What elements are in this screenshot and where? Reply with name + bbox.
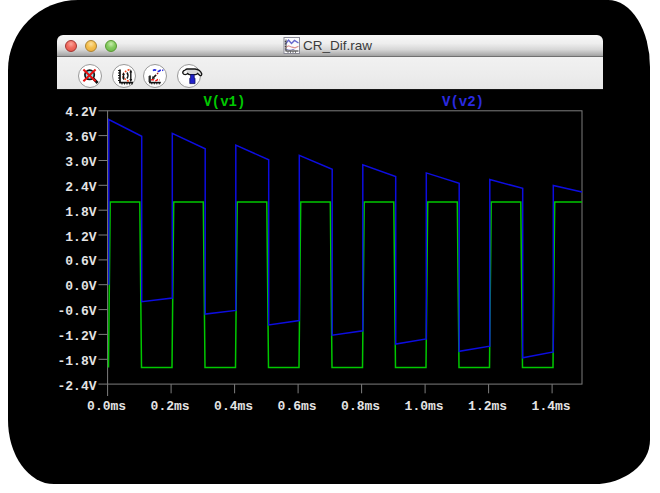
svg-text:-0.6V: -0.6V <box>57 304 96 319</box>
svg-text:3.0V: 3.0V <box>65 155 96 170</box>
svg-text:0.0V: 0.0V <box>65 279 96 294</box>
svg-text:0.2ms: 0.2ms <box>151 399 190 414</box>
svg-text:0.0ms: 0.0ms <box>87 399 126 414</box>
svg-text:1.2ms: 1.2ms <box>468 399 507 414</box>
svg-text:1.2V: 1.2V <box>65 230 96 245</box>
svg-text:-2.4V: -2.4V <box>57 379 96 394</box>
svg-text:1.8V: 1.8V <box>65 205 96 220</box>
svg-text:0.6V: 0.6V <box>65 254 96 269</box>
svg-text:V(v1): V(v1) <box>203 94 245 110</box>
svg-text:1.0ms: 1.0ms <box>405 399 444 414</box>
svg-text:4.2V: 4.2V <box>65 105 96 120</box>
svg-text:0.8ms: 0.8ms <box>341 399 380 414</box>
svg-text:-1.8V: -1.8V <box>57 354 96 369</box>
svg-text:-1.2V: -1.2V <box>57 329 96 344</box>
svg-text:2.4V: 2.4V <box>65 180 96 195</box>
svg-text:0.4ms: 0.4ms <box>214 399 253 414</box>
svg-text:1.4ms: 1.4ms <box>532 399 571 414</box>
svg-text:3.6V: 3.6V <box>65 130 96 145</box>
svg-text:V(v2): V(v2) <box>442 94 484 110</box>
svg-text:0.6ms: 0.6ms <box>278 399 317 414</box>
